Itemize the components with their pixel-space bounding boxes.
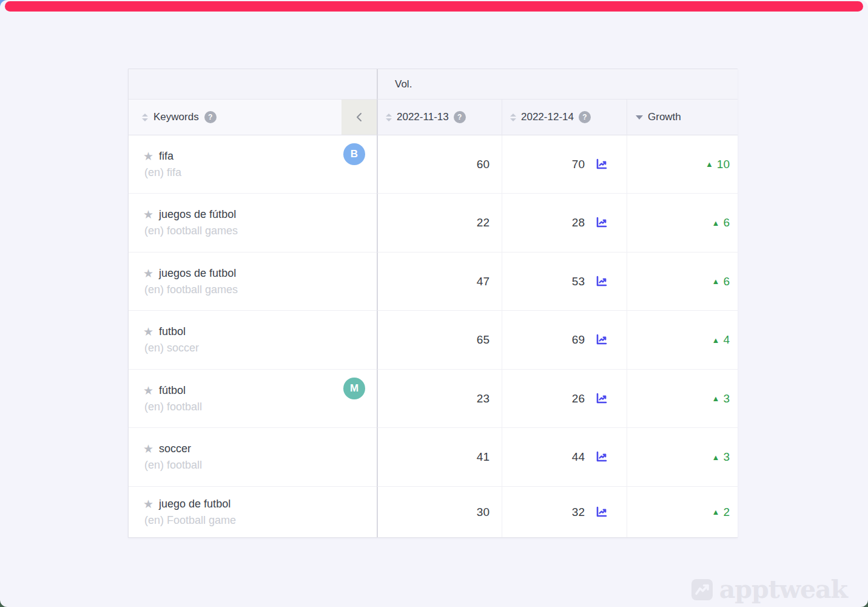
growth-value: 10 [717, 158, 730, 171]
growth-cell: ▲ 10 [627, 135, 738, 194]
volume-date2-cell: 70 [502, 135, 627, 194]
volume-date2-cell: 53 [502, 253, 627, 311]
table-row-keyword: ★ soccer (en) football [129, 428, 377, 487]
volume-date1-cell: 47 [377, 253, 502, 311]
volume-date2-cell: 32 [502, 487, 627, 537]
volume-value: 41 [477, 450, 490, 464]
growth-up-icon: ▲ [712, 453, 720, 461]
volume-value: 32 [572, 506, 585, 519]
growth-column-header[interactable]: Growth [627, 100, 738, 135]
volume-value: 28 [572, 216, 585, 229]
keywords-column-header[interactable]: Keywords ? [129, 100, 341, 135]
volume-date1-cell: 22 [377, 194, 502, 253]
volume-value: 30 [477, 506, 490, 519]
volume-group-header: Vol. [377, 69, 738, 100]
volume-date1-cell: 23 [377, 370, 502, 428]
growth-value: 6 [723, 275, 730, 288]
table-row-keyword: ★ fifa (en) fifa B [129, 135, 377, 194]
top-accent-bar [5, 1, 863, 12]
date2-column-header[interactable]: 2022-12-14 ? [502, 100, 627, 135]
table-row-keyword: ★ juego de futbol (en) Football game [129, 487, 377, 537]
favorite-star-icon[interactable]: ★ [143, 268, 153, 279]
growth-up-icon: ▲ [705, 160, 713, 168]
sort-desc-icon[interactable] [636, 115, 643, 120]
growth-value: 2 [723, 506, 730, 519]
growth-value: 3 [723, 392, 730, 405]
apptweak-logo-icon [691, 578, 713, 601]
table-row-keyword: ★ juegos de futbol (en) football games [129, 253, 377, 311]
favorite-star-icon[interactable]: ★ [143, 326, 153, 337]
keyword-translation: (en) football games [144, 225, 238, 237]
volume-value: 70 [572, 158, 585, 171]
growth-header-label: Growth [648, 111, 681, 123]
chart-line-icon[interactable] [595, 333, 608, 347]
date1-column-header[interactable]: 2022-11-13 ? [377, 100, 502, 135]
growth-cell: ▲ 6 [627, 194, 738, 253]
favorite-star-icon[interactable]: ★ [143, 443, 153, 455]
volume-group-label: Vol. [395, 78, 412, 90]
date2-header-label: 2022-12-14 [521, 111, 574, 123]
chart-line-icon[interactable] [595, 450, 608, 464]
volume-date1-cell: 65 [377, 311, 502, 370]
brand-badge: M [343, 378, 365, 399]
favorite-star-icon[interactable]: ★ [143, 385, 153, 396]
date1-header-label: 2022-11-13 [397, 111, 449, 123]
favorite-star-icon[interactable]: ★ [143, 209, 153, 220]
table-row-keyword: ★ fútbol (en) football M [129, 370, 377, 428]
chart-line-icon[interactable] [595, 158, 608, 171]
volume-value: 23 [477, 392, 490, 405]
apptweak-watermark: apptweak [691, 577, 847, 602]
volume-date2-cell: 26 [502, 370, 627, 428]
growth-value: 6 [723, 216, 730, 229]
volume-value: 26 [572, 392, 585, 405]
keyword-translation: (en) football games [144, 283, 238, 296]
chart-line-icon[interactable] [595, 506, 608, 519]
help-icon[interactable]: ? [454, 111, 466, 123]
collapse-column-button[interactable] [341, 100, 377, 135]
sort-icon[interactable] [386, 114, 392, 121]
keyword-volume-table: Vol. Keywords ? 2022-11-13 ? 2022-12-14 … [128, 69, 738, 538]
apptweak-watermark-text: apptweak [719, 577, 847, 602]
volume-date2-cell: 44 [502, 428, 627, 487]
growth-value: 3 [723, 450, 730, 464]
keyword-translation: (en) soccer [144, 342, 199, 354]
growth-up-icon: ▲ [712, 508, 720, 516]
brand-badge: B [343, 143, 365, 165]
chevron-left-icon [355, 112, 363, 122]
chart-line-icon[interactable] [595, 216, 608, 229]
keyword-translation: (en) football [144, 401, 202, 413]
favorite-star-icon[interactable]: ★ [143, 151, 153, 162]
keyword-text: futbol [159, 325, 186, 338]
chart-line-icon[interactable] [595, 275, 608, 288]
table-row-keyword: ★ futbol (en) soccer [129, 311, 377, 370]
growth-cell: ▲ 3 [627, 370, 738, 428]
growth-up-icon: ▲ [712, 336, 720, 344]
keyword-translation: (en) Football game [144, 514, 236, 527]
keyword-text: soccer [159, 443, 191, 455]
keyword-translation: (en) football [144, 459, 202, 472]
keywords-header-label: Keywords [153, 111, 199, 123]
volume-date1-cell: 41 [377, 428, 502, 487]
chart-line-icon[interactable] [595, 392, 608, 405]
help-icon[interactable]: ? [204, 111, 217, 123]
favorite-star-icon[interactable]: ★ [143, 498, 153, 510]
sort-icon[interactable] [510, 114, 516, 121]
volume-date1-cell: 30 [377, 487, 502, 537]
table-row-keyword: ★ juegos de fútbol (en) football games [129, 194, 377, 253]
keyword-translation: (en) fifa [144, 166, 181, 179]
growth-up-icon: ▲ [712, 395, 720, 402]
keyword-text: juegos de futbol [159, 267, 236, 280]
growth-cell: ▲ 4 [627, 311, 738, 370]
group-header-spacer [129, 69, 377, 100]
volume-value: 65 [477, 333, 490, 347]
volume-value: 44 [572, 450, 585, 464]
app-card: Vol. Keywords ? 2022-11-13 ? 2022-12-14 … [0, 0, 868, 607]
volume-date2-cell: 28 [502, 194, 627, 253]
volume-value: 69 [572, 333, 585, 347]
volume-date1-cell: 60 [377, 135, 502, 194]
volume-date2-cell: 69 [502, 311, 627, 370]
growth-up-icon: ▲ [712, 219, 720, 227]
volume-value: 47 [477, 275, 490, 288]
sort-icon[interactable] [142, 114, 148, 121]
help-icon[interactable]: ? [579, 111, 591, 123]
